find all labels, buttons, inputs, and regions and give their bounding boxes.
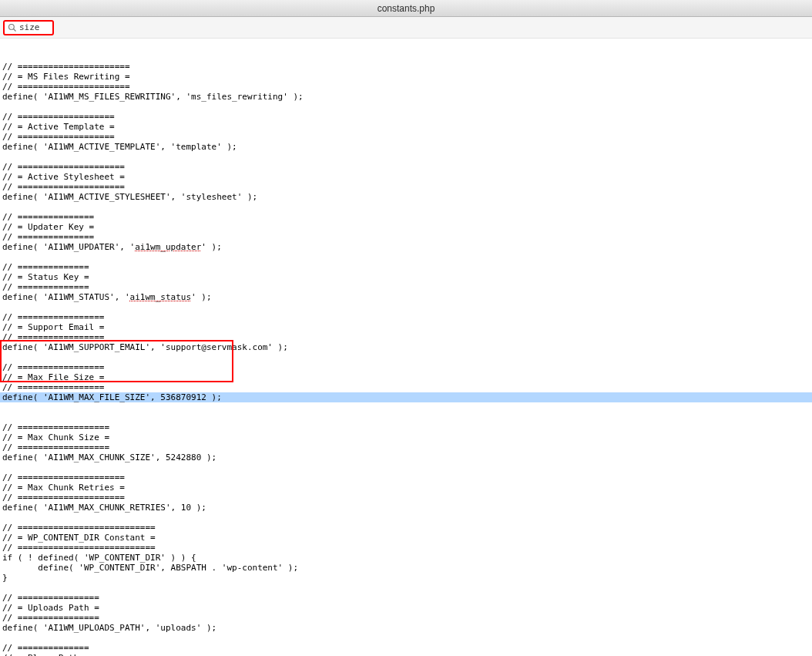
code-editor[interactable]: // ====================== // = MS Files … — [0, 39, 812, 656]
search-toolbar — [0, 17, 812, 39]
code-line[interactable]: // ===================== — [2, 162, 125, 172]
code-line[interactable]: // = Active Stylesheet = — [2, 172, 125, 182]
code-line[interactable]: define( 'AI1WM_MS_FILES_REWRITING', 'ms_… — [2, 92, 304, 102]
code-line[interactable]: // ================= — [2, 332, 104, 342]
code-line[interactable]: define( 'AI1WM_MAX_FILE_SIZE', 536870912… — [0, 392, 812, 402]
code-line[interactable]: // ================= — [2, 312, 104, 322]
code-line[interactable]: // ================= — [2, 362, 104, 372]
code-line[interactable]: // ================= — [2, 382, 104, 392]
code-line[interactable]: // ================== — [2, 422, 109, 432]
code-line[interactable]: // ================ — [2, 613, 99, 623]
code-line[interactable]: // =============== — [2, 232, 94, 242]
code-line[interactable]: // = MS Files Rewriting = — [2, 72, 130, 82]
code-line[interactable]: // ================== — [2, 442, 109, 452]
code-line[interactable]: // = Max Chunk Retries = — [2, 483, 125, 493]
code-line[interactable]: // ===================== — [2, 182, 125, 192]
code-line[interactable]: } — [2, 573, 8, 583]
code-line[interactable]: // = Status Key = — [2, 272, 89, 282]
code-line[interactable]: // ============== — [2, 643, 89, 653]
code-line[interactable]: // = Max Chunk Size = — [2, 432, 109, 442]
code-line[interactable]: // =========================== — [2, 543, 156, 553]
code-line[interactable]: // ============== — [2, 282, 89, 292]
code-line[interactable]: // ============== — [2, 262, 89, 272]
code-line[interactable]: // ===================== — [2, 473, 125, 483]
code-line[interactable]: // =================== — [2, 112, 115, 122]
code-line[interactable]: define( 'AI1WM_ACTIVE_TEMPLATE', 'templa… — [2, 142, 237, 152]
code-line[interactable]: define( 'AI1WM_MAX_CHUNK_RETRIES', 10 ); — [2, 503, 206, 513]
code-line[interactable]: // ====================== — [2, 82, 130, 92]
code-line[interactable]: define( 'AI1WM_STATUS', 'ai1wm_status' )… — [2, 292, 212, 302]
code-line[interactable]: if ( ! defined( 'WP_CONTENT_DIR' ) ) { — [2, 553, 196, 563]
code-line[interactable]: // = Blogs Path = — [2, 653, 89, 656]
code-line[interactable]: // = Support Email = — [2, 322, 104, 332]
search-icon — [8, 23, 17, 32]
code-line[interactable]: define( 'AI1WM_SUPPORT_EMAIL', 'support@… — [2, 342, 288, 352]
window-titlebar: constants.php — [0, 0, 812, 17]
code-line[interactable]: // = Active Template = — [2, 122, 115, 132]
code-line[interactable]: // = Uploads Path = — [2, 603, 99, 613]
code-line[interactable]: define( 'AI1WM_MAX_CHUNK_SIZE', 5242880 … — [2, 452, 216, 463]
svg-line-1 — [14, 29, 16, 31]
window-title: constants.php — [377, 3, 435, 14]
search-box[interactable] — [3, 20, 54, 35]
code-line[interactable]: define( 'AI1WM_UPDATER', 'ai1wm_updater'… — [2, 242, 222, 252]
code-line[interactable]: define( 'AI1WM_ACTIVE_STYLESHEET', 'styl… — [2, 192, 257, 202]
code-line[interactable]: // = Updater Key = — [2, 222, 94, 232]
search-input[interactable] — [19, 22, 46, 32]
code-line[interactable]: define( 'AI1WM_UPLOADS_PATH', 'uploads' … — [2, 623, 216, 633]
code-line[interactable]: // = Max File Size = — [2, 372, 104, 382]
code-line[interactable]: // =============== — [2, 212, 94, 222]
code-line[interactable]: // ================ — [2, 593, 99, 603]
code-line[interactable]: // ===================== — [2, 493, 125, 503]
code-line[interactable]: // =========================== — [2, 523, 156, 533]
code-line[interactable]: // =================== — [2, 132, 115, 142]
code-line[interactable]: // ====================== — [2, 62, 130, 72]
code-line[interactable]: define( 'WP_CONTENT_DIR', ABSPATH . 'wp-… — [2, 563, 298, 573]
code-line[interactable]: // = WP_CONTENT_DIR Constant = — [2, 533, 156, 543]
